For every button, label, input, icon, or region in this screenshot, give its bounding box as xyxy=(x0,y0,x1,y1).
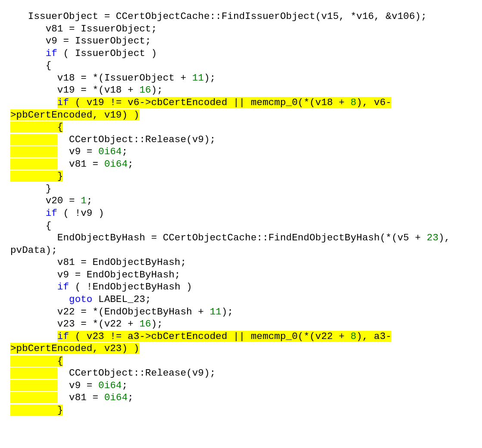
code-line: >pbCertEncoded, v23) ) xyxy=(10,342,472,355)
code-line: v20 = 1; xyxy=(10,195,472,207)
code-text: CCertObject::Release(v9); xyxy=(57,134,216,145)
keyword: goto xyxy=(69,294,92,305)
keyword: if xyxy=(46,48,57,59)
code-text: ; xyxy=(122,146,128,157)
indent xyxy=(10,48,46,59)
indent xyxy=(10,84,57,96)
code-line: CCertObject::Release(v9); xyxy=(10,134,472,146)
code-text: { xyxy=(10,121,63,133)
code-text: { xyxy=(46,220,52,231)
indent xyxy=(10,11,28,22)
code-text: v9 = EndObjectByHash; xyxy=(57,269,181,280)
code-text: ( IssuerObject ) xyxy=(57,48,157,59)
code-text: } xyxy=(46,183,52,194)
code-text: v81 = IssuerObject; xyxy=(46,23,157,34)
indent xyxy=(10,269,57,280)
indent xyxy=(10,318,57,330)
number-literal: 11 xyxy=(210,306,222,317)
code-text: v22 = *(EndObjectByHash + xyxy=(57,306,210,317)
code-text: v9 = IssuerObject; xyxy=(46,35,151,47)
code-line: IssuerObject = CCertObjectCache::FindIss… xyxy=(10,10,472,23)
code-text: ; xyxy=(128,392,134,403)
indent xyxy=(10,232,57,243)
code-text: v81 = xyxy=(57,159,104,170)
code-text: IssuerObject = CCertObjectCache::FindIss… xyxy=(28,11,427,22)
code-text: ), v6- xyxy=(357,97,392,108)
code-line: pvData); xyxy=(10,244,472,257)
code-line: } xyxy=(10,183,472,195)
code-text: ); xyxy=(151,318,163,330)
number-literal: 0i64 xyxy=(104,159,128,170)
code-text: CCertObject::Release(v9); xyxy=(57,367,216,379)
keyword: if xyxy=(57,97,69,108)
code-text: ), xyxy=(438,232,450,243)
indent xyxy=(10,306,57,317)
code-text: ); xyxy=(204,72,216,84)
code-text: v23 = *(v22 + xyxy=(57,318,139,330)
code-text: pvData); xyxy=(10,245,57,256)
code-line: if ( v19 != v6->cbCertEncoded || memcmp_… xyxy=(10,96,472,109)
code-line: v9 = EndObjectByHash; xyxy=(10,269,472,281)
code-text: EndObjectByHash = CCertObjectCache::Find… xyxy=(57,232,427,243)
indent xyxy=(10,35,46,47)
indent xyxy=(10,60,46,71)
code-text: ; xyxy=(122,380,128,391)
code-text: >pbCertEncoded, v23) ) xyxy=(10,343,139,354)
indent xyxy=(10,208,46,219)
code-line: { xyxy=(10,355,472,367)
number-literal: 8 xyxy=(351,331,357,342)
code-block: IssuerObject = CCertObjectCache::FindIss… xyxy=(0,0,482,427)
code-text xyxy=(10,159,57,170)
code-text: ); xyxy=(222,306,233,317)
keyword: if xyxy=(46,208,57,219)
code-line: if ( IssuerObject ) xyxy=(10,47,472,60)
code-line: v81 = 0i64; xyxy=(10,158,472,171)
indent xyxy=(10,281,57,292)
code-line: EndObjectByHash = CCertObjectCache::Find… xyxy=(10,232,472,244)
indent xyxy=(10,220,46,231)
code-line: v9 = 0i64; xyxy=(10,380,472,392)
code-text: ( v19 != v6->cbCertEncoded || memcmp_0(*… xyxy=(69,97,351,108)
number-literal: 8 xyxy=(351,97,357,108)
indent xyxy=(10,183,46,194)
number-literal: 16 xyxy=(139,318,151,330)
number-literal: 0i64 xyxy=(98,146,122,157)
code-line: { xyxy=(10,121,472,134)
code-text: ; xyxy=(87,195,93,206)
code-text: { xyxy=(46,60,52,71)
code-text: v9 = xyxy=(57,146,98,157)
code-text xyxy=(10,380,57,391)
code-line: CCertObject::Release(v9); xyxy=(10,367,472,380)
code-line: { xyxy=(10,59,472,72)
code-line: { xyxy=(10,220,472,232)
code-line: v81 = EndObjectByHash; xyxy=(10,256,472,269)
keyword: if xyxy=(57,331,69,342)
number-literal: 1 xyxy=(81,195,87,206)
number-literal: 0i64 xyxy=(98,380,122,391)
code-text: v9 = xyxy=(57,380,98,391)
code-text: >pbCertEncoded, v19) ) xyxy=(10,109,139,121)
code-line: v81 = IssuerObject; xyxy=(10,23,472,35)
code-line: v23 = *(v22 + 16); xyxy=(10,318,472,330)
code-line: v22 = *(EndObjectByHash + 11); xyxy=(10,306,472,318)
code-text: ( !EndObjectByHash ) xyxy=(69,281,192,292)
code-line: if ( !v9 ) xyxy=(10,207,472,220)
code-text: { xyxy=(10,355,63,367)
code-line: } xyxy=(10,404,472,417)
code-text: LABEL_23; xyxy=(92,294,151,305)
code-line: goto LABEL_23; xyxy=(10,293,472,306)
code-text: } xyxy=(10,171,63,182)
code-line: if ( !EndObjectByHash ) xyxy=(10,281,472,293)
code-line: v81 = 0i64; xyxy=(10,392,472,404)
code-text: v19 = *(v18 + xyxy=(57,84,139,96)
code-text xyxy=(10,367,57,379)
indent xyxy=(10,97,57,108)
code-text xyxy=(10,392,57,403)
code-text: } xyxy=(10,404,63,416)
indent xyxy=(10,331,57,342)
code-line: v9 = 0i64; xyxy=(10,146,472,158)
code-line: } xyxy=(10,170,472,183)
keyword: if xyxy=(57,281,69,292)
number-literal: 16 xyxy=(139,84,151,96)
indent xyxy=(10,23,46,34)
